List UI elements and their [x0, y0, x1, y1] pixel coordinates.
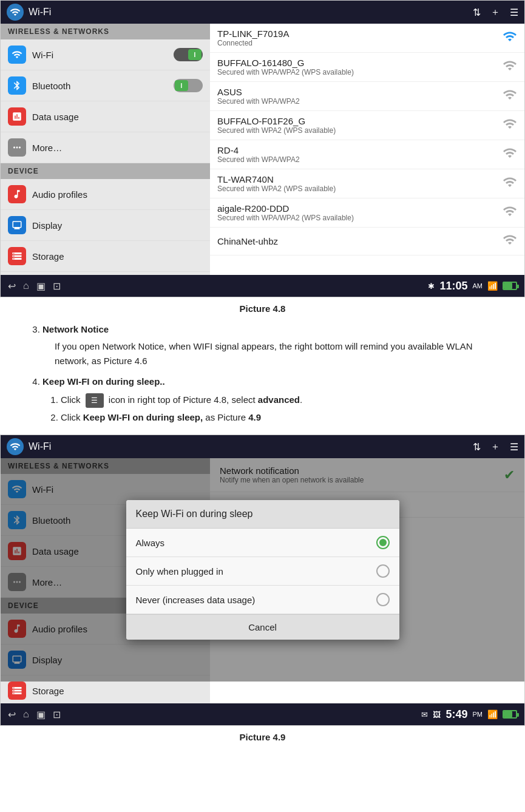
bluetooth-toggle[interactable]: I [174, 79, 203, 92]
wifi-signal-chinanet [503, 232, 517, 250]
dialog-box: Keep Wi-Fi on during sleep Always Only w… [126, 500, 399, 640]
sort-icon[interactable]: ⇅ [473, 7, 481, 18]
wifi-item-info-chinanet: ChinaNet-uhbz [217, 236, 503, 246]
dialog-option-always[interactable]: Always [126, 529, 399, 557]
wifi-icon [8, 46, 26, 64]
wifi-list: TP-LINK_F7019A Connected BUFFALO-161480_… [210, 24, 524, 275]
wifi-item-info-tplink: TP-LINK_F7019A Connected [217, 29, 503, 47]
sidebar-item-datausage[interactable]: Data usage [1, 101, 210, 132]
wifi-item-info-buffalo2: BUFFALO-F01F26_G Secured with WPA2 (WPS … [217, 116, 503, 135]
wifi-status-icon: 📶 [487, 281, 498, 291]
bluetooth-toggle-knob: I [175, 80, 188, 91]
wifi-name-tlwar: TL-WAR740N [217, 174, 503, 184]
radio-always [376, 536, 390, 549]
wifi-status-icon-bottom: 📶 [487, 709, 498, 719]
wifi-signal-rd4 [503, 146, 517, 163]
wifi-item-rd4[interactable]: RD-4 Secured with WPA/WPA2 [210, 140, 524, 169]
sub1-prefix: Click [61, 394, 83, 405]
wifi-name-tplink: TP-LINK_F7019A [217, 29, 503, 39]
bluetooth-status-icon: ✱ [428, 282, 435, 291]
radio-never-inner [379, 596, 387, 603]
sidebar-label-more: More… [32, 143, 203, 153]
audioprofiles-icon [8, 185, 26, 203]
home-nav-icon[interactable]: ⌂ [23, 280, 29, 291]
sidebar-item-storage[interactable]: Storage [1, 241, 210, 272]
message-status-icon: ✉ [421, 710, 428, 719]
menu-icon[interactable]: ☰ [510, 7, 518, 18]
status-ampm-top: AM [473, 282, 483, 289]
add-icon-bottom[interactable]: ＋ [490, 441, 500, 453]
wifi-item-info-asus: ASUS Secured with WPA/WPA2 [217, 87, 503, 106]
sidebar-item-bluetooth[interactable]: Bluetooth I [1, 70, 210, 101]
status-right-top: ✱ 11:05 AM 📶 [428, 280, 517, 293]
app-toolbar-top: Wi-Fi ⇅ ＋ ☰ [1, 1, 524, 24]
sidebar-label-storage: Storage [32, 251, 203, 262]
wifi-toggle[interactable]: I [174, 48, 203, 61]
wifi-status-buffalo1: Secured with WPA/WPA2 (WPS available) [217, 68, 503, 76]
wifi-item-buffalo1[interactable]: BUFFALO-161480_G Secured with WPA/WPA2 (… [210, 53, 524, 82]
status-ampm-bottom: PM [473, 711, 483, 718]
wifi-item-info-rd4: RD-4 Secured with WPA/WPA2 [217, 145, 503, 164]
dialog-overlay: Keep Wi-Fi on during sleep Always Only w… [1, 458, 524, 682]
bluetooth-icon [8, 76, 26, 95]
wifi-signal-buffalo1 [503, 58, 517, 76]
wifi-name-asus: ASUS [217, 87, 503, 97]
wifi-signal-asus [503, 87, 517, 105]
wifi-item-info-tlwar: TL-WAR740N Secured with WPA2 (WPS availa… [217, 174, 503, 193]
home-nav-icon-bottom[interactable]: ⌂ [23, 709, 29, 720]
instruction-4-sub1: Click ☰ icon in right top of Picture 4.8… [61, 393, 501, 408]
sub2-suffix: as Picture [205, 412, 248, 422]
wifi-name-rd4: RD-4 [217, 145, 503, 155]
toolbar-left-top: Wi-Fi [7, 4, 51, 21]
recents-nav-icon-bottom[interactable]: ▣ [36, 709, 46, 720]
wifi-name-chinanet: ChinaNet-uhbz [217, 236, 503, 246]
wifi-item-chinanet[interactable]: ChinaNet-uhbz [210, 228, 524, 255]
radio-never [376, 593, 390, 606]
wifi-item-aigale[interactable]: aigale-R200-DDD Secured with WPA/WPA2 (W… [210, 198, 524, 228]
sidebar-item-display[interactable]: Display [1, 210, 210, 241]
caption-bottom: Picture 4.9 [0, 726, 525, 746]
sidebar-item-audioprofiles[interactable]: Audio profiles [1, 179, 210, 210]
add-icon[interactable]: ＋ [490, 6, 500, 19]
storage-icon [8, 247, 26, 265]
caption-top: Picture 4.8 [0, 297, 525, 317]
wifi-item-asus[interactable]: ASUS Secured with WPA/WPA2 [210, 82, 524, 111]
sub2-bold-phrase: Keep WI-FI on during sleep, [83, 412, 203, 422]
toolbar-title-top: Wi-Fi [29, 7, 51, 18]
instruction-item-4: Keep WI-FI on during sleep.. Click ☰ ico… [42, 374, 501, 425]
wifi-item-info-aigale: aigale-R200-DDD Secured with WPA/WPA2 (W… [217, 203, 503, 222]
sidebar-label-storage-bottom: Storage [32, 686, 203, 696]
recents-nav-icon[interactable]: ▣ [36, 280, 46, 292]
sub1-bold: advanced [258, 394, 300, 405]
sub2-prefix: Click [61, 412, 83, 422]
status-time-top: 11:05 [439, 280, 467, 293]
dialog-cancel-button[interactable]: Cancel [126, 614, 399, 640]
dialog-option-never[interactable]: Never (increases data usage) [126, 586, 399, 614]
wifi-name-buffalo1: BUFFALO-161480_G [217, 58, 503, 68]
wifi-status-tlwar: Secured with WPA2 (WPS available) [217, 184, 503, 193]
sidebar-item-wifi[interactable]: Wi-Fi I [1, 39, 210, 70]
sort-icon-bottom[interactable]: ⇅ [473, 441, 481, 453]
toolbar-left-bottom: Wi-Fi [7, 438, 51, 455]
instruction-4-sub2: Click Keep WI-FI on during sleep, as Pic… [61, 410, 501, 425]
battery-status-icon-top [503, 282, 517, 290]
back-nav-icon-bottom[interactable]: ↩ [8, 709, 16, 720]
status-bar-top: ↩ ⌂ ▣ ⊡ ✱ 11:05 AM 📶 [1, 275, 524, 297]
wifi-item-buffalo2[interactable]: BUFFALO-F01F26_G Secured with WPA2 (WPS … [210, 111, 524, 140]
instructions-section: Network Notice If you open Network Notic… [0, 317, 525, 435]
screenshot-nav-icon[interactable]: ⊡ [53, 280, 61, 292]
dialog-option-never-label: Never (increases data usage) [136, 595, 368, 605]
menu-icon-bottom[interactable]: ☰ [510, 441, 518, 453]
wifi-signal-buffalo2 [503, 117, 517, 134]
wifi-item-tlwar[interactable]: TL-WAR740N Secured with WPA2 (WPS availa… [210, 169, 524, 198]
battery-status-icon-bottom [503, 710, 517, 719]
screenshot-nav-icon-bottom[interactable]: ⊡ [53, 709, 61, 720]
sidebar-item-more[interactable]: More… [1, 132, 210, 163]
wifi-app-logo [7, 4, 24, 21]
wifi-signal-aigale [503, 204, 517, 222]
back-nav-icon[interactable]: ↩ [8, 280, 16, 292]
wifi-item-tplink[interactable]: TP-LINK_F7019A Connected [210, 24, 524, 53]
screenshot-bottom: Wi-Fi ⇅ ＋ ☰ WIRELESS & NETWORKS Wi-Fi [0, 435, 525, 726]
dialog-option-plugged[interactable]: Only when plugged in [126, 557, 399, 586]
dialog-option-plugged-label: Only when plugged in [136, 566, 368, 577]
